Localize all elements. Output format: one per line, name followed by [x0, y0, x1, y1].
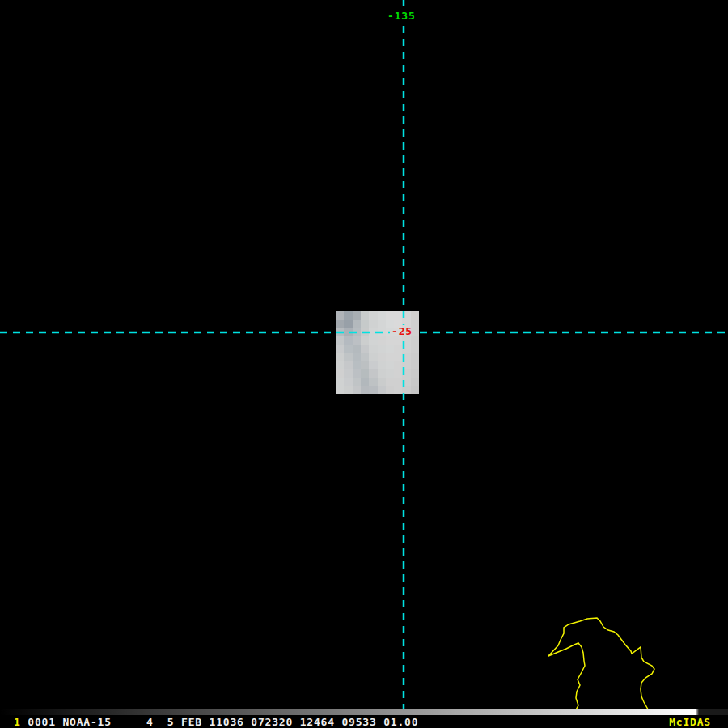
latitude-label: -25: [392, 326, 413, 337]
image-info-text: 0001 NOAA-15 4 5 FEB 11036 072320 12464 …: [21, 716, 419, 728]
frame-number: 1: [0, 716, 21, 728]
coastline-path: [548, 643, 585, 720]
status-bar: 1 0001 NOAA-15 4 5 FEB 11036 072320 1246…: [0, 715, 728, 728]
graphics-overlay: [0, 0, 728, 728]
coastline-path: [548, 618, 654, 720]
mcidas-brand-label: McIDAS: [669, 716, 711, 728]
mcidas-image-display[interactable]: -135 -25 1 0001 NOAA-15 4 5 FEB 11036 07…: [0, 0, 728, 728]
grayscale-calibration-ramp: [0, 709, 728, 715]
longitude-label: -135: [387, 11, 416, 22]
